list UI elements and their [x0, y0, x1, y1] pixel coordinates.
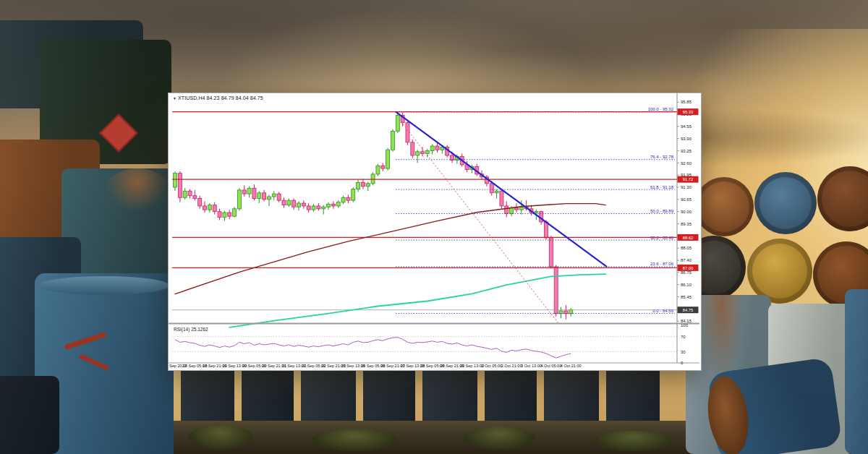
grass-tuft [188, 425, 253, 450]
candle [247, 188, 251, 194]
grass-tuft [311, 429, 398, 451]
candle [416, 152, 420, 155]
candle [178, 174, 182, 198]
candle [213, 205, 216, 212]
rsi-panel: 10070300 [169, 323, 699, 365]
svg-text:90.65: 90.65 [681, 197, 692, 202]
price-chart-canvas[interactable]: 100.0 - 95.3276.4 - 92.7861.8 - 91.1850.… [169, 93, 699, 369]
candle [228, 213, 231, 216]
svg-text:90.00: 90.00 [681, 210, 692, 214]
grass-tuft [463, 427, 535, 450]
svg-text:30: 30 [681, 350, 686, 354]
candle [237, 190, 241, 209]
svg-text:91.30: 91.30 [681, 185, 692, 189]
fallen-oil-barrel [707, 357, 842, 454]
candle [322, 207, 326, 209]
candle [307, 206, 310, 210]
price-axis: 95.8595.2094.5593.9093.2592.6091.9591.30… [677, 93, 692, 363]
svg-text:3 Oct 13:00: 3 Oct 13:00 [521, 364, 542, 368]
svg-text:70: 70 [681, 335, 686, 339]
candle [272, 194, 276, 197]
candle [366, 184, 370, 187]
candle [302, 203, 305, 206]
candle [545, 222, 548, 238]
svg-text:86.75: 86.75 [681, 270, 692, 275]
svg-text:88.05: 88.05 [681, 246, 692, 250]
candle [396, 115, 399, 131]
candle [371, 174, 375, 184]
candle [312, 206, 315, 210]
fibonacci-retracement: 100.0 - 95.3276.4 - 92.7861.8 - 91.1850.… [396, 107, 675, 313]
svg-text:61.8 - 91.18: 61.8 - 91.18 [650, 185, 674, 189]
time-axis: 15 Sep 202318 Sep 05:0018 Sep 21:0019 Se… [169, 364, 582, 368]
measured-move-line [399, 119, 559, 324]
descending-trendline [396, 112, 607, 267]
svg-text:100.0 - 95.32: 100.0 - 95.32 [648, 107, 674, 111]
candle [357, 183, 360, 189]
page: { "chart": { "dropdown_icon": "\u25BC", … [0, 0, 868, 454]
hazard-diamond-label [99, 113, 138, 153]
svg-text:95.33: 95.33 [683, 110, 694, 114]
candle [277, 194, 281, 200]
oil-barrel [0, 376, 59, 454]
candle [519, 207, 523, 210]
svg-text:76.4 - 92.78: 76.4 - 92.78 [650, 155, 674, 159]
chart-symbol-title[interactable]: ▼XTIUSD,H4 84.23 84.79 84.04 84.75 [173, 95, 263, 100]
candle [386, 150, 390, 168]
candle [341, 197, 345, 202]
oil-barrel [694, 177, 754, 236]
svg-text:92.60: 92.60 [681, 161, 692, 166]
candle [297, 203, 301, 207]
candle [376, 166, 380, 174]
candle [554, 267, 558, 314]
candle [500, 191, 503, 206]
svg-text:87.00: 87.00 [683, 266, 694, 270]
fast-ma [229, 274, 605, 327]
candle [514, 208, 518, 210]
candle [317, 206, 320, 209]
svg-text:100: 100 [681, 323, 689, 327]
rust-stain [105, 168, 170, 212]
svg-text:84.75: 84.75 [683, 308, 694, 312]
svg-text:95.85: 95.85 [681, 100, 692, 104]
svg-text:29 Sep 13:00: 29 Sep 13:00 [460, 364, 484, 368]
candle [292, 200, 296, 207]
candle [203, 206, 207, 210]
candle [327, 204, 331, 207]
svg-text:85.45: 85.45 [681, 295, 692, 299]
candle [421, 152, 425, 154]
chevron-down-icon: ▼ [173, 96, 176, 100]
rsi-line [175, 338, 571, 359]
candle [267, 197, 271, 200]
candle [193, 196, 197, 199]
candle [406, 123, 409, 142]
rust-stain [700, 295, 744, 382]
svg-text:2 Oct 05:00: 2 Oct 05:00 [481, 364, 502, 368]
svg-text:2 Oct 21:00: 2 Oct 21:00 [501, 364, 522, 368]
candle [252, 188, 256, 198]
svg-text:91.72: 91.72 [683, 177, 694, 181]
svg-text:4 Oct 21:00: 4 Oct 21:00 [561, 364, 582, 368]
symbol-ohlc-text: XTIUSD,H4 84.23 84.79 84.04 84.75 [178, 95, 263, 100]
candle [510, 208, 514, 214]
candle [535, 212, 538, 213]
svg-text:93.25: 93.25 [681, 149, 692, 153]
svg-text:93.90: 93.90 [681, 137, 692, 141]
oil-barrel [747, 239, 812, 304]
candle [336, 202, 340, 206]
candle [233, 209, 237, 216]
candle [495, 191, 498, 193]
svg-text:89.35: 89.35 [681, 222, 692, 226]
candle [490, 184, 493, 193]
rsi-indicator-label: RSI(14) 25.1262 [174, 327, 208, 332]
trading-chart-window[interactable]: ▼XTIUSD,H4 84.23 84.79 84.04 84.75 RSI(1… [168, 93, 702, 371]
candles-layer [174, 112, 573, 320]
barrel-rim [39, 276, 169, 295]
grass-tuft [593, 431, 673, 451]
candle [411, 142, 414, 155]
candle [282, 200, 286, 205]
svg-text:50.0 - 89.89: 50.0 - 89.89 [650, 209, 674, 213]
svg-text:23.6 - 87.06: 23.6 - 87.06 [650, 262, 674, 266]
candle [263, 193, 266, 200]
candle [505, 206, 509, 213]
